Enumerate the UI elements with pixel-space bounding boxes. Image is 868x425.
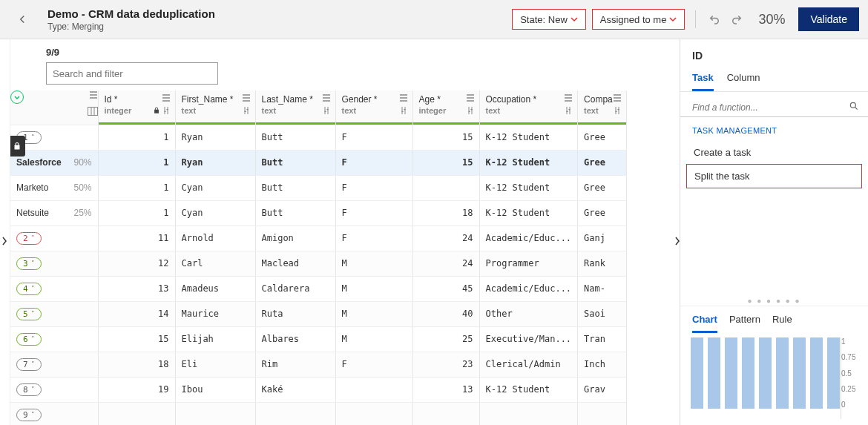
group-badge[interactable]: 7 ˅ — [16, 358, 42, 371]
chart-bar — [759, 337, 772, 409]
column-menu-icon[interactable] — [322, 93, 331, 105]
tab-chart[interactable]: Chart — [692, 308, 717, 333]
panel-heading: ID — [680, 39, 868, 66]
tab-task[interactable]: Task — [692, 66, 714, 91]
group-badge[interactable]: 5 ˅ — [16, 308, 42, 320]
fn-create-task[interactable]: Create a task — [686, 141, 862, 164]
search-icon[interactable] — [849, 101, 859, 113]
grid-pane: 9/9 — [10, 39, 680, 425]
chart-bar — [742, 337, 754, 409]
column-header[interactable]: Id * integer — [98, 90, 175, 125]
resize-handle-icon[interactable]: ● ● ● ● ● ● — [680, 295, 868, 306]
collapse-right-icon[interactable] — [673, 232, 682, 250]
group-badge[interactable]: 8 ˅ — [16, 383, 42, 396]
mini-chart: 10.750.50.250 — [691, 337, 861, 419]
tab-pattern[interactable]: Pattern — [729, 308, 760, 333]
table-row[interactable]: 9 ˅ — [10, 402, 626, 425]
table-row[interactable]: 8 ˅19IbouKaké13K-12 StudentGrav — [10, 377, 626, 402]
table-row[interactable]: 1 ˄1RyanButtF15K-12 StudentGree — [10, 125, 626, 150]
svg-point-1 — [850, 102, 855, 108]
assignee-label: Assigned to me — [600, 14, 667, 25]
group-badge[interactable]: 6 ˅ — [16, 333, 42, 346]
undo-button[interactable] — [706, 11, 723, 27]
column-menu-icon[interactable] — [162, 93, 171, 105]
group-badge[interactable]: 3 ˅ — [16, 257, 42, 270]
sort-icon[interactable] — [242, 106, 251, 115]
divider — [695, 10, 696, 28]
table-row[interactable]: 6 ˅15ElijahAlbaresM25Executive/Man...Tra… — [10, 326, 626, 352]
column-type: integer — [419, 106, 447, 115]
left-rail — [0, 39, 10, 425]
column-name: Id * — [105, 94, 118, 105]
top-bar: Demo - CRM data deduplication Type: Merg… — [0, 0, 868, 39]
count-total: /9 — [51, 47, 59, 58]
sort-icon[interactable] — [564, 106, 573, 115]
column-type: integer — [105, 106, 132, 115]
sort-icon[interactable] — [613, 106, 622, 115]
sort-icon[interactable] — [399, 106, 408, 115]
expand-left-icon[interactable] — [0, 232, 9, 250]
title-block: Demo - CRM data deduplication Type: Merg… — [47, 7, 215, 32]
assignee-dropdown[interactable]: Assigned to me — [592, 9, 685, 30]
panel-tabs: Task Column — [680, 66, 868, 92]
lock-tab-icon[interactable] — [10, 136, 25, 157]
column-menu-icon[interactable] — [399, 93, 408, 105]
column-menu-icon[interactable] — [89, 90, 98, 102]
column-type: text — [342, 106, 357, 115]
back-icon[interactable] — [13, 10, 31, 28]
column-menu-icon[interactable] — [466, 93, 475, 105]
column-header[interactable]: Last_Name * text — [255, 90, 335, 125]
fn-split-task[interactable]: Split the task — [686, 164, 862, 188]
column-name: Compa — [584, 94, 613, 105]
column-header[interactable]: Compa text — [578, 90, 627, 125]
group-badge[interactable]: 9 ˅ — [16, 409, 42, 421]
search-input[interactable] — [46, 62, 218, 85]
group-badge[interactable]: 2 ˅ — [16, 232, 42, 245]
header-row: Id * integer First_Name * text — [10, 90, 626, 125]
column-type: text — [584, 106, 599, 115]
column-header[interactable]: Gender * text — [335, 90, 412, 125]
axis-tick: 0 — [841, 401, 861, 409]
column-header[interactable]: First_Name * text — [175, 90, 255, 125]
panel-bottom: Chart Pattern Rule 10.750.50.250 — [680, 306, 868, 425]
sort-icon[interactable] — [466, 106, 475, 115]
chart-bar — [691, 337, 703, 409]
function-search — [680, 99, 868, 117]
table-row[interactable]: 3 ˅12CarlMacleadM24ProgrammerRank — [10, 251, 626, 276]
grid-toolbar: 9/9 — [10, 39, 680, 90]
group-badge[interactable]: 4 ˅ — [16, 283, 42, 295]
column-header[interactable]: Age * integer — [412, 90, 479, 125]
chart-bar — [708, 337, 720, 409]
sort-icon[interactable] — [322, 106, 331, 115]
table-row[interactable]: 7 ˅18EliRimF23Clerical/AdminInch — [10, 352, 626, 377]
table-row[interactable]: 5 ˅14MauriceRutaM40OtherSaoi — [10, 301, 626, 326]
sort-icon[interactable] — [153, 106, 171, 115]
state-dropdown[interactable]: State: New — [512, 9, 586, 30]
chart-bar — [810, 337, 823, 409]
column-header[interactable]: Occupation * text — [479, 90, 578, 125]
axis-tick: 1 — [841, 337, 861, 346]
column-name: Occupation * — [486, 94, 537, 105]
function-search-input[interactable] — [692, 102, 844, 113]
source-row[interactable]: Netsuite25%1CyanButtF18K-12 StudentGree — [10, 200, 626, 225]
grid-scroll[interactable]: Id * integer First_Name * text — [10, 90, 680, 425]
chart-bar — [827, 337, 840, 409]
column-menu-icon[interactable] — [613, 93, 622, 105]
merge-row[interactable]: Salesforce90%1RyanButtF15K-12 StudentGre… — [10, 150, 626, 175]
page-subtitle: Type: Merging — [47, 22, 215, 32]
tab-rule[interactable]: Rule — [772, 308, 792, 333]
function-list: Create a task Split the task — [680, 139, 868, 190]
mini-tabs: Chart Pattern Rule — [680, 308, 868, 337]
eye-icon[interactable] — [10, 90, 24, 104]
table-row[interactable]: 4 ˅13AmadeusCaldareraM45Academic/Educ...… — [10, 276, 626, 301]
redo-button[interactable] — [729, 11, 745, 27]
chevron-down-icon — [571, 16, 578, 23]
source-row[interactable]: Marketo50%1CyanButtFK-12 StudentGree — [10, 175, 626, 200]
column-menu-icon[interactable] — [564, 93, 573, 105]
table-row[interactable]: 2 ˅11ArnoldAmigonF24Academic/Educ...Ganj — [10, 225, 626, 251]
section-label: TASK MANAGEMENT — [680, 122, 868, 139]
validate-button[interactable]: Validate — [798, 7, 859, 31]
tab-column[interactable]: Column — [727, 66, 760, 91]
column-menu-icon[interactable] — [242, 93, 251, 105]
layout-icon[interactable] — [10, 107, 98, 118]
